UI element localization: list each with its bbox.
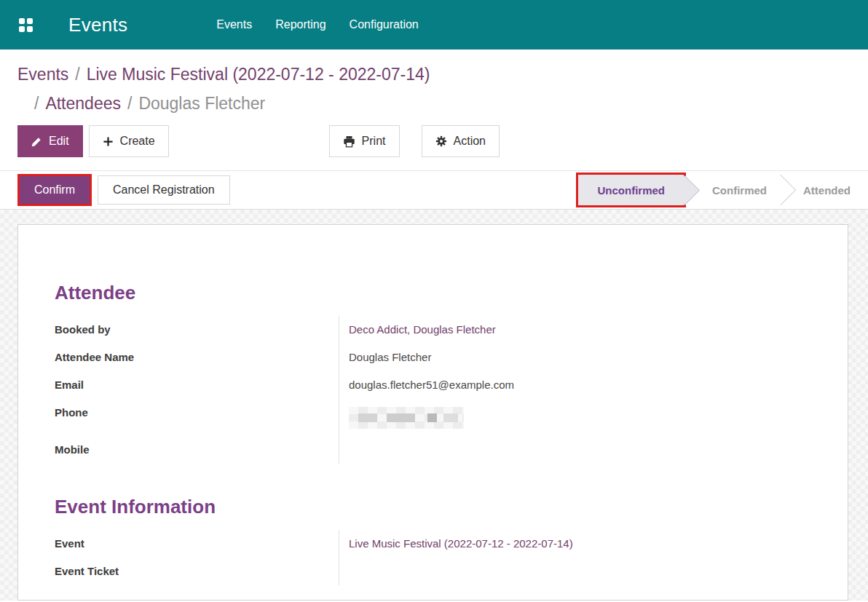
- gear-icon: [435, 135, 447, 147]
- section-title-event-information: Event Information: [55, 496, 818, 518]
- attendee-section: Attendee Booked by Deco Addict, Douglas …: [55, 282, 818, 464]
- top-navbar: Events Events Reporting Configuration: [0, 0, 868, 49]
- breadcrumb-line-1: Events/Live Music Festival (2022-07-12 -…: [17, 60, 851, 89]
- breadcrumb-event-link[interactable]: Live Music Festival (2022-07-12 - 2022-0…: [87, 65, 430, 84]
- chevron-right-icon: [765, 175, 796, 205]
- stage-attended[interactable]: Attended: [786, 184, 868, 197]
- statusbar: Confirm Cancel Registration Unconfirmed …: [0, 170, 868, 210]
- menu-item-events[interactable]: Events: [205, 0, 264, 49]
- confirm-button[interactable]: Confirm: [17, 174, 92, 206]
- breadcrumb-separator: /: [75, 65, 79, 84]
- breadcrumb-line-2: /Attendees/Douglas Fletcher: [17, 89, 851, 118]
- breadcrumb-attendees-link[interactable]: Attendees: [45, 94, 121, 113]
- field-label: Event Ticket: [55, 558, 339, 585]
- mobile-value: [339, 436, 818, 464]
- top-menu: Events Reporting Configuration: [205, 0, 430, 49]
- field-row-event: Event Live Music Festival (2022-07-12 - …: [55, 530, 818, 558]
- status-pipeline: Unconfirmed Confirmed Attended: [576, 171, 868, 209]
- edit-button[interactable]: Edit: [17, 125, 83, 157]
- printer-icon: [343, 135, 355, 148]
- breadcrumb-separator: /: [127, 94, 132, 113]
- email-value: douglas.fletcher51@example.com: [339, 371, 818, 399]
- phone-redacted-blur: [349, 407, 464, 429]
- cancel-registration-button[interactable]: Cancel Registration: [98, 175, 230, 205]
- control-panel-buttons: Edit Create Print: [0, 125, 868, 157]
- event-ticket-value: [339, 558, 818, 585]
- field-row-booked-by: Booked by Deco Addict, Douglas Fletcher: [55, 316, 818, 344]
- section-title-attendee: Attendee: [55, 282, 818, 304]
- breadcrumb-events-link[interactable]: Events: [17, 65, 68, 84]
- pencil-icon: [31, 136, 42, 147]
- edit-button-label: Edit: [49, 135, 69, 148]
- field-label: Booked by: [55, 316, 339, 344]
- create-button-label: Create: [120, 135, 155, 148]
- action-button-label: Action: [454, 135, 486, 148]
- create-button[interactable]: Create: [89, 125, 169, 157]
- print-button-label: Print: [362, 135, 386, 148]
- field-label: Event: [55, 530, 339, 558]
- apps-menu-button[interactable]: [19, 18, 33, 32]
- app-brand-title[interactable]: Events: [68, 14, 127, 36]
- field-row-event-ticket: Event Ticket: [55, 558, 818, 585]
- stage-unconfirmed[interactable]: Unconfirmed: [576, 173, 686, 207]
- booked-by-link[interactable]: Deco Addict, Douglas Fletcher: [339, 316, 818, 344]
- attendee-name-value: Douglas Fletcher: [339, 344, 818, 371]
- event-information-section: Event Information Event Live Music Festi…: [55, 496, 818, 585]
- form-view-background: Attendee Booked by Deco Addict, Douglas …: [0, 210, 868, 601]
- form-sheet: Attendee Booked by Deco Addict, Douglas …: [17, 224, 848, 601]
- breadcrumb-current-record: Douglas Fletcher: [138, 94, 265, 113]
- field-label: Attendee Name: [55, 344, 339, 371]
- field-label: Email: [55, 371, 339, 399]
- phone-value: [339, 399, 818, 436]
- breadcrumb-separator: /: [34, 94, 39, 113]
- field-label: Phone: [55, 399, 339, 436]
- breadcrumb: Events/Live Music Festival (2022-07-12 -…: [0, 49, 868, 121]
- menu-item-configuration[interactable]: Configuration: [338, 0, 430, 49]
- field-row-mobile: Mobile: [55, 436, 818, 464]
- apps-grid-icon: [19, 18, 33, 32]
- menu-item-reporting[interactable]: Reporting: [264, 0, 337, 49]
- field-label: Mobile: [55, 436, 339, 464]
- plus-icon: [103, 136, 114, 147]
- field-row-phone: Phone: [55, 399, 818, 436]
- event-link[interactable]: Live Music Festival (2022-07-12 - 2022-0…: [339, 530, 818, 558]
- field-row-email: Email douglas.fletcher51@example.com: [55, 371, 818, 399]
- print-button[interactable]: Print: [329, 125, 400, 157]
- field-row-attendee-name: Attendee Name Douglas Fletcher: [55, 344, 818, 371]
- action-button[interactable]: Action: [422, 125, 500, 157]
